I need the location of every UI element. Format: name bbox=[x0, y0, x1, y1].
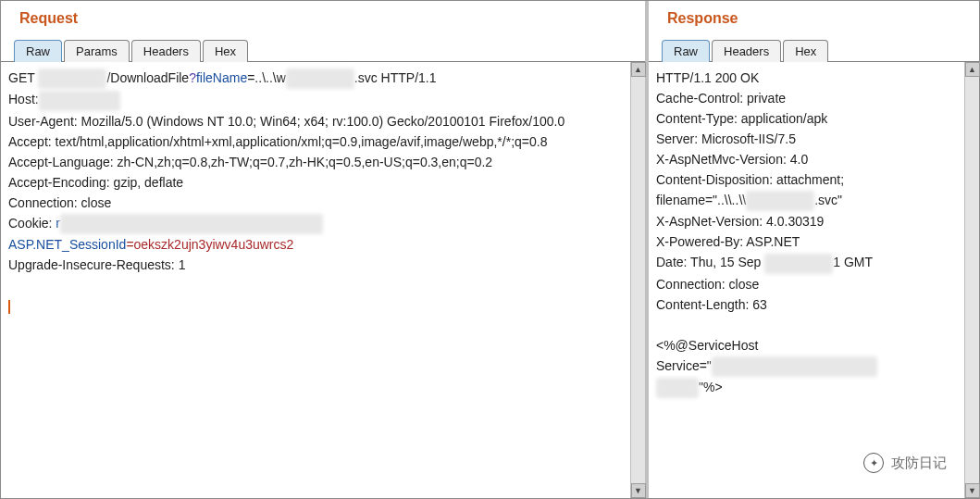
resp-cdisp2a: filename="..\\..\\ bbox=[656, 193, 746, 207]
req-upgrade: Upgrade-Insecure-Requests: 1 bbox=[8, 257, 185, 272]
request-panel: Request Raw Params Headers Hex GET xxxxx… bbox=[1, 1, 649, 498]
resp-xpb: X-Powered-By: ASP.NET bbox=[656, 234, 800, 249]
resp-cache: Cache-Control: private bbox=[656, 91, 786, 106]
req-method-path-a: GET bbox=[8, 70, 38, 85]
response-tabstrip: Raw Headers Hex bbox=[649, 36, 979, 62]
tab-response-raw[interactable]: Raw bbox=[662, 40, 710, 62]
req-session-key: ASP.NET_SessionId bbox=[8, 237, 126, 252]
req-session-val: =oekszk2ujn3yiwv4u3uwrcs2 bbox=[126, 237, 293, 252]
req-query-qmark: ? bbox=[189, 70, 196, 85]
text-cursor bbox=[8, 300, 10, 314]
req-accept-enc: Accept-Encoding: gzip, deflate bbox=[8, 175, 183, 190]
scroll-track[interactable] bbox=[631, 77, 645, 483]
request-tabstrip: Raw Params Headers Hex bbox=[1, 36, 645, 62]
tab-request-raw[interactable]: Raw bbox=[14, 40, 62, 62]
scroll-up-icon[interactable]: ▲ bbox=[631, 62, 646, 77]
request-content-wrap: GET xxxxxxxxxx/DownloadFile?fileName=..\… bbox=[1, 62, 645, 498]
resp-cdisp2b: .svc" bbox=[814, 193, 842, 207]
redacted: xxxxxxxxxxxxxxxxxxxxxxxxx bbox=[712, 356, 877, 377]
resp-date-a: Date: Thu, 15 Sep bbox=[656, 255, 764, 269]
resp-xaspmvc: X-AspNetMvc-Version: 4.0 bbox=[656, 152, 808, 167]
req-ua: User-Agent: Mozilla/5.0 (Windows NT 10.0… bbox=[8, 114, 564, 129]
req-accept: Accept: text/html,application/xhtml+xml,… bbox=[8, 134, 547, 149]
redacted: xxxxxxxxxxxx bbox=[39, 91, 120, 111]
response-content-wrap: HTTP/1.1 200 OK Cache-Control: private C… bbox=[649, 62, 979, 498]
scroll-up-icon[interactable]: ▲ bbox=[965, 62, 980, 77]
resp-xaspver: X-AspNet-Version: 4.0.30319 bbox=[656, 214, 824, 229]
tab-response-headers[interactable]: Headers bbox=[712, 40, 781, 62]
response-scrollbar[interactable]: ▲ ▼ bbox=[964, 62, 979, 498]
request-raw-content[interactable]: GET xxxxxxxxxx/DownloadFile?fileName=..\… bbox=[1, 62, 630, 498]
redacted: xxxxxx bbox=[656, 378, 699, 398]
req-connection: Connection: close bbox=[8, 195, 111, 210]
req-path-b: /DownloadFile bbox=[106, 70, 189, 85]
req-accept-lang: Accept-Language: zh-CN,zh;q=0.8,zh-TW;q=… bbox=[8, 155, 492, 169]
resp-status: HTTP/1.1 200 OK bbox=[656, 70, 759, 85]
resp-body2b: "%> bbox=[699, 380, 723, 394]
scroll-down-icon[interactable]: ▼ bbox=[631, 483, 646, 498]
resp-clen: Content-Length: 63 bbox=[656, 297, 767, 312]
request-scrollbar[interactable]: ▲ ▼ bbox=[630, 62, 645, 498]
redacted: xxxxxxxxxx bbox=[38, 69, 106, 89]
resp-ctype: Content-Type: application/apk bbox=[656, 111, 827, 126]
response-title: Response bbox=[649, 1, 979, 36]
tab-request-params[interactable]: Params bbox=[64, 40, 130, 62]
resp-conn: Connection: close bbox=[656, 277, 759, 292]
req-param-name: fileName bbox=[196, 70, 247, 85]
tab-request-headers[interactable]: Headers bbox=[131, 40, 201, 62]
req-proto: .svc HTTP/1.1 bbox=[354, 70, 437, 85]
redacted: xxxxxxxxxx bbox=[764, 254, 833, 274]
redacted: xxxxxxxxxxxxxxxxxxxxxxxxxxxxxxxxxxxxxxxx bbox=[60, 214, 323, 234]
resp-body1: <%@ServiceHost bbox=[656, 338, 758, 353]
req-cookie-label: Cookie: bbox=[8, 216, 56, 231]
redacted: xxxxxxxxxx bbox=[746, 191, 814, 211]
tab-response-hex[interactable]: Hex bbox=[783, 40, 828, 62]
app-root: Request Raw Params Headers Hex GET xxxxx… bbox=[0, 0, 980, 499]
tab-request-hex[interactable]: Hex bbox=[203, 40, 248, 62]
resp-server: Server: Microsoft-IIS/7.5 bbox=[656, 131, 796, 146]
resp-date-b: 1 GMT bbox=[833, 255, 873, 269]
resp-body2a: Service=" bbox=[656, 358, 712, 373]
req-host-label: Host: bbox=[8, 92, 39, 106]
scroll-track[interactable] bbox=[965, 77, 979, 483]
request-title: Request bbox=[1, 1, 645, 36]
resp-cdisp1: Content-Disposition: attachment; bbox=[656, 172, 844, 187]
response-panel: Response Raw Headers Hex HTTP/1.1 200 OK… bbox=[649, 1, 979, 498]
req-param-eq: =..\..\w bbox=[247, 70, 286, 85]
redacted: xxxxxxxxxx bbox=[286, 69, 354, 89]
response-raw-content[interactable]: HTTP/1.1 200 OK Cache-Control: private C… bbox=[649, 62, 964, 498]
scroll-down-icon[interactable]: ▼ bbox=[965, 483, 980, 498]
